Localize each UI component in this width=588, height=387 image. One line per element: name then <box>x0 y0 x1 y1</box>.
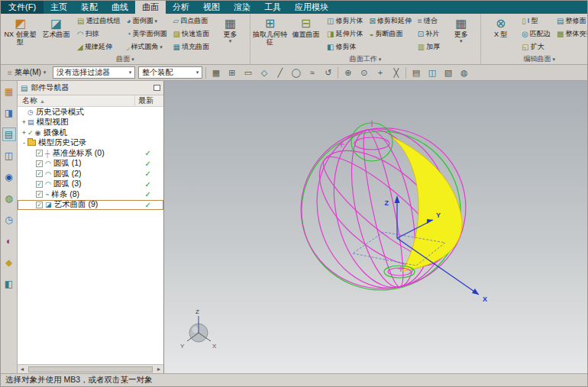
surface-operations-group-label[interactable]: 曲面工作 ▾ <box>252 54 479 64</box>
tree-item-history-mode[interactable]: ◷ 历史记录模式 <box>18 107 163 118</box>
selection-scope-dropdown[interactable]: 整个装配 ▾ <box>138 66 202 79</box>
nx-creative-shape-button[interactable]: ◩ NX 创意塑型 <box>2 15 38 47</box>
tree-item-model-history[interactable]: - 模型历史记录 <box>18 138 163 149</box>
offset-surface-button[interactable]: ⊟ 偏置曲面 <box>288 15 324 47</box>
tab-home[interactable]: 主页 <box>44 1 74 14</box>
graphics-viewport[interactable]: Z X Y Z X Y <box>164 81 587 373</box>
checkbox-checked[interactable]: ✓ <box>36 202 43 208</box>
trim-and-extend-button[interactable]: ⊠ 修剪和延伸 <box>367 15 413 27</box>
tab-application[interactable]: 应用模块 <box>288 1 335 14</box>
sew-button[interactable]: ≡ 缝合 <box>415 15 442 27</box>
hd3d-tools-icon[interactable]: ◉ <box>2 170 16 184</box>
thicken-button[interactable]: ▥ 加厚 <box>415 40 442 53</box>
tree-item-arc-1[interactable]: ✓ ◠ 圆弧 (1) ✓ <box>18 159 163 169</box>
circle-snap-icon[interactable]: ◯ <box>289 66 302 79</box>
styled-corner-button[interactable]: ◞ 样式圆角 ▾ <box>124 40 169 53</box>
tab-tools[interactable]: 工具 <box>257 1 288 14</box>
cross-snap-icon[interactable]: ╳ <box>389 66 402 79</box>
system-scenes-icon[interactable]: ◧ <box>2 277 16 291</box>
tree-item-cameras[interactable]: + ✓ ◉ 摄像机 <box>18 127 163 138</box>
extract-geometry-button[interactable]: ⊞ 抽取几何特征 <box>252 15 288 47</box>
tab-analysis[interactable]: 分析 <box>166 1 196 14</box>
history-icon[interactable]: ◷ <box>2 213 16 227</box>
shaded-display-icon[interactable]: ▧ <box>441 66 454 79</box>
rectangle-select-icon[interactable]: ▭ <box>241 66 254 79</box>
artistic-surface-button[interactable]: ◪ 艺术曲面 <box>38 15 74 47</box>
edit-surface-group-label[interactable]: 编辑曲面 ▾ <box>483 54 588 64</box>
sphere-display-icon[interactable]: ◍ <box>457 66 470 79</box>
tree-item-model-views[interactable]: + ▤ 模型视图 <box>18 118 163 128</box>
break-surface-button[interactable]: ◒ 剪断曲面 <box>367 27 413 40</box>
patch-button[interactable]: ⊡ 补片 <box>415 27 442 40</box>
rapid-surface-button[interactable]: ▨ 快速造面 <box>171 27 212 40</box>
tree-item-artistic-surface[interactable]: ✓ ◪ 艺术曲面 (9) ✓ <box>18 200 163 211</box>
trim-body-button[interactable]: ◧ 修剪体 <box>325 40 365 53</box>
trim-sheet-button[interactable]: ◫ 修剪片体 <box>325 15 365 27</box>
rollback-icon[interactable]: ↺ <box>321 66 334 79</box>
expand-icon[interactable]: + <box>21 129 27 137</box>
tree-item-arc-2[interactable]: ✓ ◠ 圆弧 (2) ✓ <box>18 169 163 179</box>
checkbox-checked[interactable]: ✓ <box>36 160 43 167</box>
checkbox-checked[interactable]: ✓ <box>36 181 43 188</box>
extend-sheet-button[interactable]: ◨ 延伸片体 <box>325 27 365 40</box>
i-form-button[interactable]: ▯ I 型 <box>519 15 553 27</box>
assembly-navigator-icon[interactable]: ▦ <box>2 85 16 98</box>
scroll-right-icon[interactable]: ▸ <box>154 366 163 372</box>
roles-icon[interactable]: ◆ <box>2 256 16 269</box>
constraint-navigator-icon[interactable]: ◨ <box>2 106 16 120</box>
surface-operations-more-button[interactable]: ▦ 更多 ▾ <box>443 15 479 44</box>
line-snap-icon[interactable]: ╱ <box>273 66 286 79</box>
four-point-surface-button[interactable]: ▱ 四点曲面 <box>171 15 212 27</box>
panel-window-button[interactable] <box>153 85 160 91</box>
curve-snap-icon[interactable]: ≈ <box>305 66 318 79</box>
global-shaping-button[interactable]: ▩ 整体突变 <box>554 27 588 40</box>
menu-button[interactable]: ≡ 菜单(M) ▾ <box>4 66 50 79</box>
x-form-button[interactable]: ⊗ X 型 <box>483 15 519 47</box>
column-header-latest[interactable]: 最新 <box>134 95 163 106</box>
process-studio-icon[interactable]: ◐ <box>2 234 16 248</box>
camera-icon: ◉ <box>35 129 41 137</box>
through-curve-mesh-button[interactable]: ▤ 通过曲线组 <box>75 15 122 27</box>
window-display-icon[interactable]: ◫ <box>425 66 438 79</box>
tree-item-arc-3[interactable]: ✓ ◠ 圆弧 (3) ✓ <box>18 179 163 190</box>
law-extension-button[interactable]: ◢ 规律延伸 <box>75 40 122 53</box>
tab-assemblies[interactable]: 装配 <box>74 1 105 14</box>
reuse-library-icon[interactable]: ◫ <box>2 149 16 163</box>
navigator-horizontal-scrollbar[interactable]: ◂ ▸ <box>18 364 163 373</box>
snap-point-icon[interactable]: ⊞ <box>225 66 238 79</box>
enlarge-button[interactable]: ◱ 扩大 <box>519 40 553 53</box>
tab-view[interactable]: 视图 <box>196 1 227 14</box>
surface-group-label[interactable]: 曲面 ▾ <box>2 54 248 64</box>
tree-item-spline[interactable]: ✓ ~ 样条 (8) ✓ <box>18 189 163 200</box>
tree-item-datum-csys[interactable]: ✓ ┼ 基准坐标系 (0) ✓ <box>18 148 163 159</box>
plus-snap-icon[interactable]: + <box>373 66 386 79</box>
surface-more-button[interactable]: ▦ 更多 ▾ <box>212 15 248 44</box>
part-navigator-icon[interactable]: ▤ <box>2 127 16 141</box>
column-header-name[interactable]: 名称 ▲ <box>18 95 134 106</box>
checkbox-checked[interactable]: ✓ <box>36 191 43 198</box>
checkbox-checked[interactable]: ✓ <box>36 150 43 156</box>
refine-surface-button[interactable]: ▤ 整修面 <box>554 15 588 27</box>
scrollbar-thumb[interactable] <box>28 366 153 372</box>
grid-snap-icon[interactable]: ▦ <box>209 66 222 79</box>
center-snap-icon[interactable]: ⊙ <box>357 66 370 79</box>
web-browser-icon[interactable]: ◍ <box>2 192 16 205</box>
tab-curve[interactable]: 曲线 <box>105 1 135 14</box>
intersection-snap-icon[interactable]: ⊕ <box>341 66 354 79</box>
file-menu-button[interactable]: 文件(F) <box>1 1 44 14</box>
tab-render[interactable]: 渲染 <box>227 1 257 14</box>
vertex-snap-icon[interactable]: ◇ <box>257 66 270 79</box>
checkbox-checked[interactable]: ✓ <box>36 170 43 177</box>
match-edge-button[interactable]: ◎ 匹配边 <box>519 27 553 40</box>
selection-filter-dropdown[interactable]: 没有选择过滤器 ▾ <box>53 66 135 79</box>
tab-surface[interactable]: 曲面 <box>135 1 166 14</box>
collapse-icon[interactable]: - <box>21 139 27 147</box>
fill-surface-button[interactable]: ▦ 填充曲面 <box>171 40 212 53</box>
mesh-display-icon[interactable]: ▤ <box>409 66 422 79</box>
face-blend-button[interactable]: ◕ 面倒圆 ▾ <box>124 15 169 27</box>
aesthetic-face-blend-button[interactable]: ◔ 美学面倒圆 <box>124 27 169 40</box>
expand-icon[interactable]: + <box>21 118 27 126</box>
scroll-left-icon[interactable]: ◂ <box>18 366 27 372</box>
swept-button[interactable]: ◠ 扫掠 <box>75 27 122 40</box>
view-triad[interactable]: Z X Y <box>180 308 217 350</box>
